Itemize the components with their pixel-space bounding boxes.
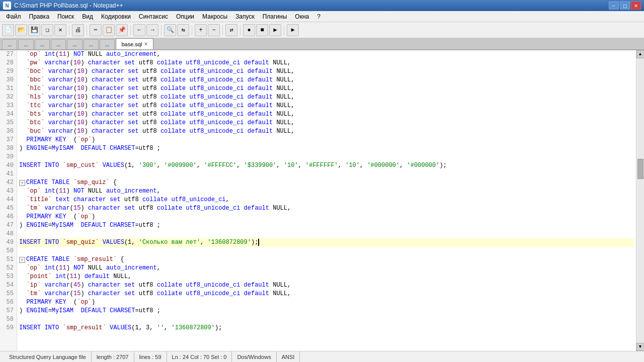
line-ending-label: Dos/Windows [237, 354, 271, 360]
code-line-42[interactable]: -CREATE TABLE `smp_quiz` { [19, 178, 634, 187]
encoding-segment: ANSI [277, 351, 300, 362]
code-line-46[interactable]: PRIMARY KEY (`op`) [19, 213, 634, 221]
code-line-29[interactable]: `boc` varchar(10) character set utf8 col… [19, 67, 634, 76]
file-type-label: Structured Query Language file [9, 354, 86, 360]
code-line-50[interactable] [19, 247, 634, 255]
code-line-31[interactable]: `hlc` varchar(10) character set utf8 col… [19, 84, 634, 93]
code-line-43[interactable]: `op` int(11) NOT NULL auto_increment, [19, 187, 634, 196]
tab-5[interactable]: ... [67, 39, 82, 49]
code-line-34[interactable]: `bts` varchar(10) character set utf8 col… [19, 110, 634, 119]
tab-2[interactable]: ... [18, 39, 33, 49]
zoom-out-button[interactable]: − [208, 24, 220, 36]
code-line-33[interactable]: `ttc` varchar(10) character set utf8 col… [19, 102, 634, 110]
code-line-54[interactable]: `ip` varchar(45) character set utf8 coll… [19, 281, 634, 290]
menu-options[interactable]: Опции [172, 12, 198, 21]
tab-7[interactable]: ... [100, 39, 115, 49]
tab-4[interactable]: ... [51, 39, 66, 49]
copy-button[interactable]: 📋 [103, 24, 115, 36]
menu-search[interactable]: Поиск [53, 12, 78, 21]
print-button[interactable]: 🖨 [72, 24, 84, 36]
menu-syntax[interactable]: Синтаксис [135, 12, 172, 21]
menu-edit[interactable]: Правка [25, 12, 54, 21]
code-line-44[interactable]: `title` text character set utf8 collate … [19, 196, 634, 204]
code-line-58[interactable] [19, 315, 634, 324]
window-title: C:\Smart PHP Poll\base.sql - Notepad++ [14, 2, 123, 9]
scroll-up-button[interactable]: ▲ [636, 50, 645, 58]
menu-windows[interactable]: Окна [291, 12, 313, 21]
scroll-thumb[interactable] [637, 159, 643, 179]
menu-encoding[interactable]: Кодировки [97, 12, 135, 21]
tab-6[interactable]: ... [84, 39, 99, 49]
code-line-32[interactable]: `hls` varchar(10) character set utf8 col… [19, 93, 634, 102]
code-line-45[interactable]: `tm` varchar(15) character set utf8 coll… [19, 204, 634, 213]
macro-record-button[interactable]: ● [243, 24, 255, 36]
undo-button[interactable]: ← [133, 24, 145, 36]
line-number-31: 31 [0, 84, 17, 93]
code-line-49[interactable]: INSERT INTO `smp_quiz` VALUES(1, 'Скольк… [19, 238, 634, 247]
code-line-52[interactable]: `op` int(11) NOT NULL auto_increment, [19, 264, 634, 273]
menu-plugins[interactable]: Плагины [259, 12, 291, 21]
find-button[interactable]: 🔍 [164, 24, 176, 36]
code-line-48[interactable] [19, 230, 634, 238]
cut-button[interactable]: ✂ [90, 24, 102, 36]
run-button[interactable]: ► [287, 24, 299, 36]
code-line-59[interactable]: INSERT INTO `smp_result` VALUES(1, 3, ''… [19, 324, 634, 332]
replace-button[interactable]: ⇆ [177, 24, 189, 36]
menu-help[interactable]: ? [313, 12, 325, 21]
code-line-53[interactable]: `point` int(11) default NULL, [19, 273, 634, 281]
tab-1[interactable]: ... [2, 39, 17, 49]
line-number-37: 37 [0, 136, 17, 144]
tab-base-sql[interactable]: base.sql ✕ [116, 38, 153, 49]
code-line-27[interactable]: `op` int(11) NOT NULL auto_increment, [19, 50, 634, 59]
scroll-track[interactable] [637, 58, 644, 343]
code-line-41[interactable] [19, 170, 634, 178]
menu-view[interactable]: Вид [78, 12, 97, 21]
code-line-57[interactable]: ) ENGINE=MyISAM DEFAULT CHARSET=utf8 ; [19, 307, 634, 315]
close-button[interactable]: ✕ [631, 2, 641, 10]
open-button[interactable]: 📂 [15, 24, 27, 36]
code-line-38[interactable]: ) ENGINE=MyISAM DEFAULT CHARSET=utf8 ; [19, 144, 634, 153]
code-line-47[interactable]: ) ENGINE=MyISAM DEFAULT CHARSET=utf8 ; [19, 221, 634, 230]
code-line-28[interactable]: `pw` varchar(10) character set utf8 coll… [19, 59, 634, 67]
code-line-35[interactable]: `btc` varchar(10) character set utf8 col… [19, 119, 634, 127]
tab-close-icon[interactable]: ✕ [144, 41, 148, 47]
macro-play-button[interactable]: ▶ [269, 24, 281, 36]
code-line-56[interactable]: PRIMARY KEY (`op`) [19, 298, 634, 307]
tab-3[interactable]: ... [35, 39, 50, 49]
vertical-scrollbar[interactable]: ▲ ▼ [636, 50, 644, 351]
line-number-36: 36 [0, 127, 17, 136]
scroll-down-button[interactable]: ▼ [636, 343, 645, 351]
main-editor-area: 2728293031323334353637383940414243444546… [0, 50, 644, 351]
menu-run[interactable]: Запуск [231, 12, 259, 21]
macro-stop-button[interactable]: ■ [256, 24, 268, 36]
code-line-30[interactable]: `bbc` varchar(10) character set utf8 col… [19, 76, 634, 84]
toolbar-separator-2 [87, 25, 87, 35]
close-button[interactable]: ✕ [54, 24, 66, 36]
menu-file[interactable]: Файл [2, 12, 25, 21]
code-line-36[interactable]: `buc` varchar(10) character set utf8 col… [19, 127, 634, 136]
menu-macros[interactable]: Макросы [198, 12, 231, 21]
code-line-51[interactable]: -CREATE TABLE `smp_result` { [19, 255, 634, 264]
window-controls[interactable]: − ◻ ✕ [609, 2, 641, 10]
minimize-button[interactable]: − [609, 2, 619, 10]
code-editor[interactable]: `op` int(11) NOT NULL auto_increment, `p… [17, 50, 636, 351]
restore-button[interactable]: ◻ [620, 2, 630, 10]
fold-button-42[interactable]: - [19, 180, 25, 186]
new-button[interactable]: 📄 [2, 24, 14, 36]
line-number-49: 49 [0, 238, 17, 247]
fold-button-51[interactable]: - [19, 257, 25, 263]
redo-button[interactable]: → [146, 24, 158, 36]
sync-button[interactable]: ⇄ [225, 24, 237, 36]
save-all-button[interactable]: ❏ [41, 24, 53, 36]
line-number-53: 53 [0, 273, 17, 281]
zoom-in-button[interactable]: + [195, 24, 207, 36]
code-line-40[interactable]: INSERT INTO `smp_cust` VALUES(1, '300', … [19, 161, 634, 170]
code-line-55[interactable]: `tm` varchar(15) character set utf8 coll… [19, 290, 634, 298]
toolbar-separator-6 [222, 25, 223, 35]
line-number-58: 58 [0, 315, 17, 324]
line-number-43: 43 [0, 187, 17, 196]
code-line-37[interactable]: PRIMARY KEY (`op`) [19, 136, 634, 144]
save-button[interactable]: 💾 [28, 24, 40, 36]
paste-button[interactable]: 📌 [116, 24, 128, 36]
code-line-39[interactable] [19, 153, 634, 161]
